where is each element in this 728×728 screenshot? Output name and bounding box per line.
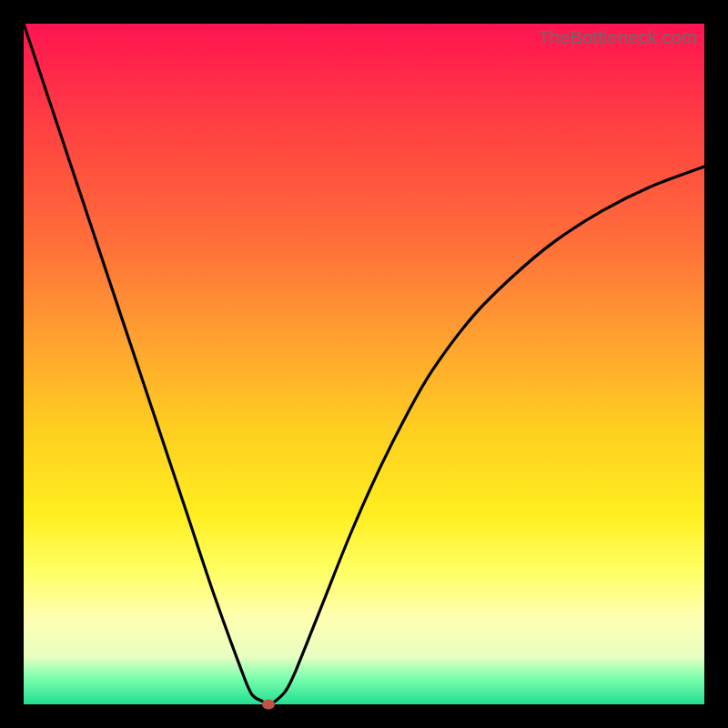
chart-frame: TheBottleneck.com bbox=[0, 0, 728, 728]
bottleneck-curve bbox=[24, 24, 704, 704]
plot-area: TheBottleneck.com bbox=[24, 24, 704, 704]
optimal-point-marker bbox=[262, 700, 275, 710]
curve-layer bbox=[24, 24, 704, 704]
